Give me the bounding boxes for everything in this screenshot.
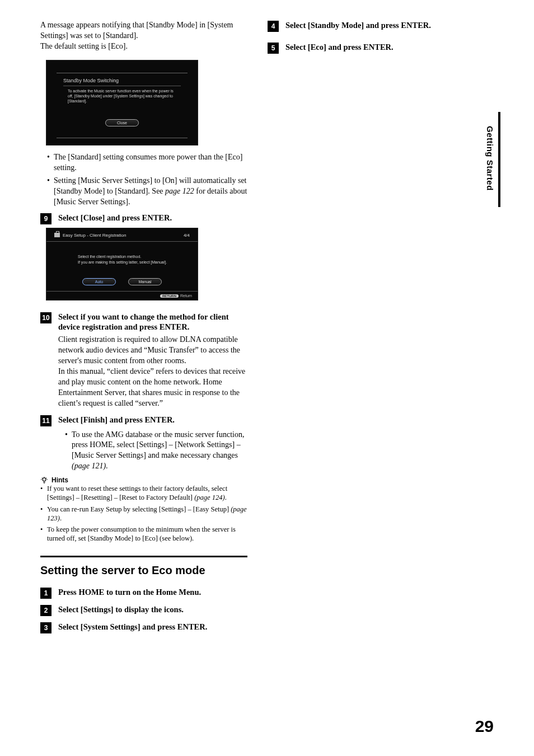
page-ref-121: (page 121) <box>72 462 106 470</box>
eco-step-2-text: Select [Settings] to display the icons. <box>58 604 184 615</box>
page-ref-122: page 122 <box>165 187 194 195</box>
intro-line-1: A message appears notifying that [Standb… <box>40 21 233 40</box>
side-tab: Getting Started <box>485 126 495 191</box>
eco-step-1: 1 Press HOME to turn on the Home Menu. <box>40 587 247 599</box>
screenshot2-footer: RETURNReturn <box>46 291 198 300</box>
note-standard-power: The [Standard] setting consumes more pow… <box>47 152 247 173</box>
eco-step-4-text: Select [Standby Mode] and press ENTER. <box>285 20 431 31</box>
screenshot1-close-button: Close <box>105 119 139 126</box>
step-11-badge: 11 <box>40 415 51 426</box>
screenshot2-header: Easy Setup - Client Registration <box>54 233 126 238</box>
eco-section-title: Setting the server to Eco mode <box>40 564 247 577</box>
svg-point-0 <box>43 478 46 481</box>
hints-heading: Hints <box>40 476 247 484</box>
eco-step-3-text: Select [System Settings] and press ENTER… <box>58 622 207 632</box>
suitcase-icon <box>54 233 60 237</box>
step-11-bullet: To use the AMG database or the music ser… <box>65 430 247 472</box>
eco-step-2: 2 Select [Settings] to display the icons… <box>40 604 247 616</box>
step-10-badge: 10 <box>40 312 51 323</box>
page: A message appears notifying that [Standb… <box>0 0 534 756</box>
page-number: 29 <box>475 717 494 736</box>
side-tab-bar <box>498 112 500 207</box>
section-divider <box>40 556 247 557</box>
lightbulb-icon <box>40 476 48 484</box>
hint-reset: If you want to reset these settings to t… <box>40 484 247 503</box>
step-11-text: Select [Finish] and press ENTER. <box>58 415 175 425</box>
eco-step-3: 3 Select [System Settings] and press ENT… <box>40 622 247 633</box>
eco-step-1-text: Press HOME to turn on the Home Menu. <box>58 587 201 598</box>
page-ref-124: (page 124) <box>194 494 225 501</box>
hint-eco: To keep the power consumption to the min… <box>40 525 247 543</box>
screenshot-standby-mode: Standby Mode Switching To activate the M… <box>46 60 198 145</box>
step-11: 11 Select [Finish] and press ENTER. <box>40 415 247 426</box>
left-column: A message appears notifying that [Standb… <box>40 20 247 637</box>
return-badge-icon: RETURN <box>160 294 179 298</box>
eco-step-3-badge: 3 <box>40 622 51 633</box>
step-9-badge: 9 <box>40 213 51 224</box>
eco-step-4-badge: 4 <box>268 21 279 32</box>
step-9: 9 Select [Close] and press ENTER. <box>40 213 247 224</box>
note-music-server: Setting [Music Server Settings] to [On] … <box>47 176 247 208</box>
eco-step-4: 4 Select [Standby Mode] and press ENTER. <box>268 20 455 32</box>
standby-notes: The [Standard] setting consumes more pow… <box>47 152 247 207</box>
eco-step-1-badge: 1 <box>40 588 51 599</box>
step-10: 10 Select if you want to change the meth… <box>40 312 247 409</box>
hints-label: Hints <box>51 476 68 484</box>
screenshot2-body: Select the client registration method. I… <box>46 242 198 267</box>
screenshot-client-registration: Easy Setup - Client Registration 4/4 Sel… <box>46 228 198 300</box>
step-9-text: Select [Close] and press ENTER. <box>58 213 172 223</box>
intro-line-2: The default setting is [Eco]. <box>40 42 128 50</box>
screenshot2-counter: 4/4 <box>184 233 190 238</box>
step-10-body: Client registration is required to allow… <box>58 335 247 408</box>
two-column-layout: A message appears notifying that [Standb… <box>40 20 494 637</box>
eco-step-5-text: Select [Eco] and press ENTER. <box>285 42 394 53</box>
screenshot1-title: Standby Mode Switching <box>57 76 188 86</box>
eco-step-2-badge: 2 <box>40 605 51 616</box>
step-11-bullets: To use the AMG database or the music ser… <box>65 430 247 472</box>
screenshot1-body: To activate the Music server function ev… <box>57 86 188 109</box>
eco-step-5-badge: 5 <box>268 43 279 54</box>
eco-step-5: 5 Select [Eco] and press ENTER. <box>268 42 455 54</box>
right-column: 4 Select [Standby Mode] and press ENTER.… <box>268 20 455 637</box>
screenshot2-manual-button: Manual <box>128 278 162 285</box>
intro-paragraph: A message appears notifying that [Standb… <box>40 20 247 52</box>
screenshot2-auto-button: Auto <box>82 278 116 285</box>
step-10-text: Select if you want to change the method … <box>58 312 247 333</box>
hint-rerun: You can re-run Easy Setup by selecting [… <box>40 505 247 523</box>
hints-list: If you want to reset these settings to t… <box>40 484 247 543</box>
